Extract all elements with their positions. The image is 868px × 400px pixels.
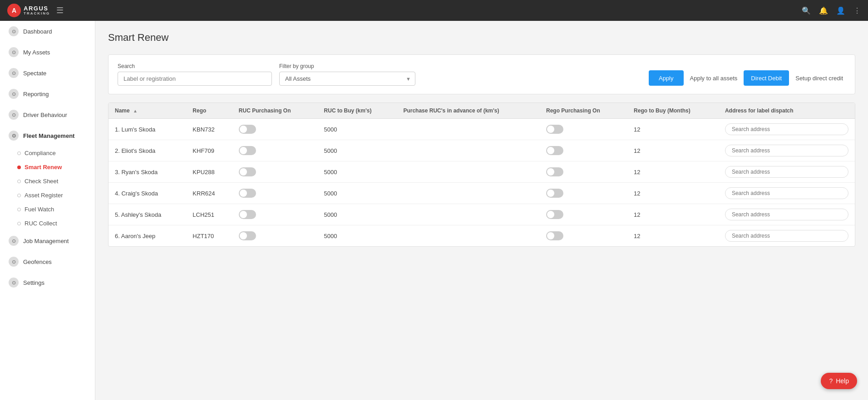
- ruc-toggle-4[interactable]: [239, 189, 256, 198]
- col-rego-purchasing-on: Rego Purchasing On: [540, 103, 627, 119]
- search-group: Search: [118, 63, 272, 86]
- sidebar-label-geofences: Geofences: [23, 259, 52, 265]
- cell-rego-buy: 12: [627, 204, 719, 225]
- hamburger-icon[interactable]: ☰: [56, 5, 64, 15]
- sidebar-label-fleet-management: Fleet Management: [23, 132, 74, 139]
- cell-rego-toggle[interactable]: [540, 140, 627, 161]
- rego-toggle-3[interactable]: [546, 167, 563, 176]
- cell-address[interactable]: [719, 119, 855, 140]
- col-name[interactable]: Name ▲: [108, 103, 186, 119]
- apply-all-button[interactable]: Apply to all assets: [687, 75, 740, 82]
- cell-name: 4. Craig's Skoda: [108, 183, 186, 204]
- cell-address[interactable]: [719, 161, 855, 183]
- sidebar-item-reporting[interactable]: ⊙ Reporting: [0, 83, 95, 104]
- cell-purchase-advance: [397, 183, 540, 204]
- sidebar-sub-smart-renew[interactable]: Smart Renew: [0, 160, 95, 174]
- table-row: 6. Aaron's Jeep HZT170 5000 12: [108, 225, 855, 247]
- rego-toggle-5[interactable]: [546, 210, 563, 219]
- sidebar-item-driver-behaviour[interactable]: ⊙ Driver Behaviour: [0, 104, 95, 125]
- ruc-toggle-5[interactable]: [239, 210, 256, 219]
- logo-main-text: ARGUS: [24, 5, 48, 12]
- more-icon[interactable]: ⋮: [853, 6, 861, 15]
- my-assets-icon: ⊙: [9, 47, 19, 57]
- ruc-toggle-2[interactable]: [239, 146, 256, 155]
- rego-toggle-1[interactable]: [546, 125, 563, 134]
- cell-rego-toggle[interactable]: [540, 183, 627, 204]
- rego-toggle-2[interactable]: [546, 146, 563, 155]
- cell-ruc-toggle[interactable]: [232, 161, 318, 183]
- sidebar-sub-ruc-collect[interactable]: RUC Collect: [0, 216, 95, 230]
- sidebar-sub-check-sheet[interactable]: Check Sheet: [0, 174, 95, 188]
- rego-toggle-6[interactable]: [546, 231, 563, 240]
- apply-button[interactable]: Apply: [649, 70, 684, 86]
- group-filter-group: Filter by group All Assets ▼: [279, 63, 415, 86]
- sidebar-item-dashboard[interactable]: ⊙ Dashboard: [0, 21, 95, 42]
- address-input-2[interactable]: [725, 145, 848, 156]
- compliance-dot: [17, 151, 21, 155]
- cell-address[interactable]: [719, 204, 855, 225]
- sidebar-item-fleet-management[interactable]: ⊙ Fleet Management: [0, 125, 95, 146]
- sort-arrow-name: ▲: [133, 108, 138, 113]
- ruc-toggle-3[interactable]: [239, 167, 256, 176]
- sidebar-sub-asset-register[interactable]: Asset Register: [0, 188, 95, 202]
- cell-rego: KRR624: [186, 183, 232, 204]
- cell-ruc-buy: 5000: [318, 119, 397, 140]
- cell-address[interactable]: [719, 225, 855, 247]
- cell-rego-toggle[interactable]: [540, 204, 627, 225]
- sidebar-item-spectate[interactable]: ⊙ Spectate: [0, 63, 95, 83]
- col-rego: Rego: [186, 103, 232, 119]
- cell-ruc-toggle[interactable]: [232, 183, 318, 204]
- cell-name: 2. Eliot's Skoda: [108, 140, 186, 161]
- cell-ruc-toggle[interactable]: [232, 204, 318, 225]
- group-select[interactable]: All Assets: [279, 72, 415, 86]
- col-ruc-purchasing-on: RUC Purchasing On: [232, 103, 318, 119]
- sidebar-item-my-assets[interactable]: ⊙ My Assets: [0, 42, 95, 63]
- ruc-toggle-6[interactable]: [239, 231, 256, 240]
- ruc-toggle-1[interactable]: [239, 125, 256, 134]
- address-input-5[interactable]: [725, 209, 848, 220]
- setup-credit-button[interactable]: Setup direct credit: [793, 75, 846, 82]
- cell-ruc-toggle[interactable]: [232, 225, 318, 247]
- sidebar-sub-fuel-watch[interactable]: Fuel Watch: [0, 202, 95, 216]
- sidebar-item-settings[interactable]: ⊙ Settings: [0, 272, 95, 293]
- help-button[interactable]: ? Help: [821, 373, 857, 389]
- cell-address[interactable]: [719, 140, 855, 161]
- sidebar-label-reporting: Reporting: [23, 91, 49, 98]
- smart-renew-table: Name ▲ Rego RUC Purchasing On RUC to Buy…: [108, 102, 855, 247]
- dashboard-icon: ⊙: [9, 26, 19, 36]
- col-address: Address for label dispatch: [719, 103, 855, 119]
- help-icon: ?: [829, 377, 833, 385]
- sidebar-label-my-assets: My Assets: [23, 49, 50, 56]
- rego-toggle-4[interactable]: [546, 189, 563, 198]
- cell-rego-toggle[interactable]: [540, 161, 627, 183]
- search-input[interactable]: [118, 72, 272, 86]
- cell-rego: KPU288: [186, 161, 232, 183]
- cell-ruc-toggle[interactable]: [232, 140, 318, 161]
- table-row: 3. Ryan's Skoda KPU288 5000 12: [108, 161, 855, 183]
- bell-icon[interactable]: 🔔: [819, 6, 828, 15]
- address-input-1[interactable]: [725, 123, 848, 135]
- sidebar-item-job-management[interactable]: ⊙ Job Management: [0, 230, 95, 251]
- user-icon[interactable]: 👤: [836, 6, 845, 15]
- cell-ruc-toggle[interactable]: [232, 119, 318, 140]
- address-input-3[interactable]: [725, 166, 848, 178]
- cell-ruc-buy: 5000: [318, 161, 397, 183]
- sidebar-label-dashboard: Dashboard: [23, 28, 52, 35]
- cell-address[interactable]: [719, 183, 855, 204]
- data-table: Name ▲ Rego RUC Purchasing On RUC to Buy…: [108, 103, 855, 246]
- address-input-4[interactable]: [725, 187, 848, 199]
- search-icon[interactable]: 🔍: [802, 6, 811, 15]
- cell-rego-toggle[interactable]: [540, 225, 627, 247]
- table-row: 1. Lum's Skoda KBN732 5000 12: [108, 119, 855, 140]
- table-body: 1. Lum's Skoda KBN732 5000 12 2.: [108, 119, 855, 247]
- cell-purchase-advance: [397, 161, 540, 183]
- direct-debit-button[interactable]: Direct Debit: [744, 70, 789, 86]
- sidebar-label-spectate: Spectate: [23, 70, 46, 77]
- settings-icon: ⊙: [9, 278, 19, 288]
- topbar: A ARGUS TRACKING ☰ 🔍 🔔 👤 ⋮: [0, 0, 868, 21]
- address-input-6[interactable]: [725, 230, 848, 242]
- sidebar-item-geofences[interactable]: ⊙ Geofences: [0, 251, 95, 272]
- cell-rego-toggle[interactable]: [540, 119, 627, 140]
- sidebar-sub-compliance[interactable]: Compliance: [0, 146, 95, 160]
- sidebar-sub-label-check-sheet: Check Sheet: [25, 178, 58, 185]
